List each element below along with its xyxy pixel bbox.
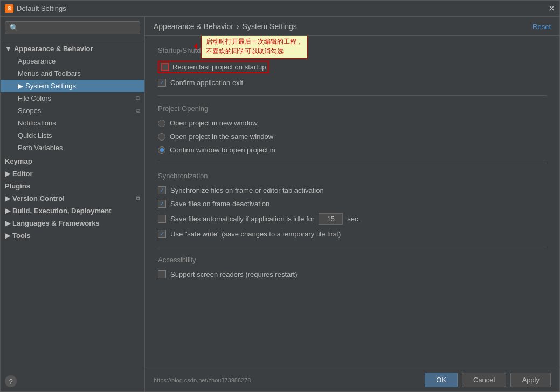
screen-readers-wrapper[interactable]: Support screen readers (requires restart… bbox=[158, 270, 298, 278]
section-title-project-opening: Project Opening bbox=[158, 104, 547, 113]
setting-save-deactivation: Save files on frame deactivation bbox=[158, 200, 547, 208]
setting-screen-readers: Support screen readers (requires restart… bbox=[158, 270, 547, 278]
setting-open-same-window[interactable]: Open project in the same window bbox=[158, 132, 547, 141]
title-bar-left: ⚙ Default Settings bbox=[5, 4, 66, 13]
divider-3 bbox=[158, 247, 547, 247]
screen-readers-checkbox[interactable] bbox=[158, 270, 166, 278]
sidebar-item-build-execution[interactable]: ▶ Build, Execution, Deployment bbox=[1, 205, 144, 217]
setting-sync-files: Synchronize files on frame or editor tab… bbox=[158, 186, 547, 194]
open-new-window-radio[interactable] bbox=[158, 120, 165, 127]
window-title: Default Settings bbox=[17, 4, 66, 12]
confirm-exit-wrapper[interactable]: Confirm application exit bbox=[158, 79, 243, 87]
sidebar-item-scopes[interactable]: Scopes ⧉ bbox=[1, 104, 144, 117]
ok-button[interactable]: OK bbox=[425, 373, 458, 387]
setting-confirm-exit: Confirm application exit bbox=[158, 79, 547, 87]
sidebar-item-label: System Settings bbox=[25, 82, 76, 90]
section-accessibility: Accessibility Support screen readers (re… bbox=[158, 256, 547, 278]
sidebar-item-tools[interactable]: ▶ Tools bbox=[1, 229, 144, 242]
copy-icon: ⧉ bbox=[136, 95, 140, 102]
reopen-last-project-checkbox[interactable] bbox=[161, 63, 169, 71]
breadcrumb-current: System Settings bbox=[243, 22, 297, 31]
save-idle-input[interactable] bbox=[319, 213, 343, 225]
sidebar-item-label: Plugins bbox=[5, 182, 30, 190]
apply-button[interactable]: Apply bbox=[510, 373, 551, 387]
divider-1 bbox=[158, 95, 547, 96]
breadcrumb-parent: Appearance & Behavior bbox=[154, 22, 233, 31]
open-new-window-label: Open project in new window bbox=[170, 119, 258, 127]
sidebar-item-plugins[interactable]: Plugins bbox=[1, 180, 144, 192]
search-input[interactable] bbox=[5, 21, 140, 34]
sidebar-item-keymap[interactable]: Keymap bbox=[1, 155, 144, 167]
safe-write-wrapper[interactable]: Use "safe write" (save changes to a temp… bbox=[158, 230, 341, 238]
setting-reopen-last-project: Reopen last project on startup 启动时打开最后一次… bbox=[158, 61, 547, 73]
confirm-window-label: Confirm window to open project in bbox=[170, 146, 275, 154]
section-title-sync: Synchronization bbox=[158, 172, 547, 180]
save-deactivation-checkbox[interactable] bbox=[158, 200, 166, 208]
save-idle-label-after: sec. bbox=[347, 215, 360, 223]
section-project-opening: Project Opening Open project in new wind… bbox=[158, 104, 547, 154]
sidebar-item-label: Languages & Frameworks bbox=[12, 219, 100, 227]
confirm-exit-checkbox[interactable] bbox=[158, 79, 166, 87]
sidebar-item-label: Quick Lists bbox=[18, 131, 52, 139]
reopen-highlight-box: Reopen last project on startup bbox=[158, 61, 269, 73]
sidebar-item-system-settings[interactable]: ▶ System Settings bbox=[1, 80, 144, 92]
sync-files-wrapper[interactable]: Synchronize files on frame or editor tab… bbox=[158, 186, 324, 194]
cancel-button[interactable]: Cancel bbox=[462, 373, 506, 387]
close-button[interactable]: ✕ bbox=[548, 4, 555, 13]
save-deactivation-label: Save files on frame deactivation bbox=[170, 200, 269, 208]
sidebar-item-label: Build, Execution, Deployment bbox=[12, 207, 111, 215]
copy-icon: ⧉ bbox=[136, 107, 140, 114]
sidebar-item-label: File Colors bbox=[18, 94, 51, 102]
sidebar: ▼ Appearance & Behavior Appearance Menus… bbox=[1, 17, 145, 391]
open-same-window-label: Open project in the same window bbox=[170, 132, 273, 141]
sidebar-item-file-colors[interactable]: File Colors ⧉ bbox=[1, 92, 144, 104]
confirm-exit-label: Confirm application exit bbox=[170, 79, 243, 87]
chevron-right-icon: ▶ bbox=[5, 170, 10, 178]
sidebar-item-label: Editor bbox=[12, 170, 33, 178]
sync-files-checkbox[interactable] bbox=[158, 186, 166, 194]
sync-files-label: Synchronize files on frame or editor tab… bbox=[170, 186, 324, 194]
setting-save-idle: Save files automatically if application … bbox=[158, 213, 547, 225]
sidebar-item-appearance-behavior[interactable]: ▼ Appearance & Behavior bbox=[1, 43, 144, 55]
chevron-down-icon: ▼ bbox=[5, 45, 12, 53]
breadcrumb-separator: › bbox=[237, 22, 239, 31]
sidebar-item-languages-frameworks[interactable]: ▶ Languages & Frameworks bbox=[1, 217, 144, 229]
safe-write-checkbox[interactable] bbox=[158, 230, 166, 238]
main-content: Startup/Shutdown Reopen last project on … bbox=[145, 36, 559, 368]
footer-url: https://blog.csdn.net/zhou373986278 bbox=[154, 377, 251, 383]
sidebar-item-quick-lists[interactable]: Quick Lists bbox=[1, 129, 144, 142]
sidebar-item-notifications[interactable]: Notifications bbox=[1, 117, 144, 129]
safe-write-label: Use "safe write" (save changes to a temp… bbox=[170, 230, 341, 238]
reopen-last-project-label: Reopen last project on startup bbox=[172, 63, 266, 71]
sidebar-item-appearance[interactable]: Appearance bbox=[1, 55, 144, 67]
save-deactivation-wrapper[interactable]: Save files on frame deactivation bbox=[158, 200, 269, 208]
setting-confirm-window[interactable]: Confirm window to open project in bbox=[158, 146, 547, 154]
footer-buttons: OK Cancel Apply bbox=[425, 373, 551, 387]
annotation-wrapper: Reopen last project on startup 启动时打开最后一次… bbox=[158, 61, 269, 73]
question-icon: ? bbox=[9, 377, 12, 386]
content-area: ▼ Appearance & Behavior Appearance Menus… bbox=[1, 17, 559, 391]
sidebar-item-label: Tools bbox=[12, 232, 31, 240]
help-button[interactable]: ? bbox=[5, 375, 17, 387]
chevron-right-icon: ▶ bbox=[5, 232, 10, 240]
reset-button[interactable]: Reset bbox=[533, 23, 551, 31]
screen-readers-label: Support screen readers (requires restart… bbox=[170, 270, 298, 278]
section-startup-shutdown: Startup/Shutdown Reopen last project on … bbox=[158, 46, 547, 87]
main-window: ⚙ Default Settings ✕ ▼ Appearance & Beha… bbox=[0, 0, 560, 392]
confirm-window-radio[interactable] bbox=[158, 146, 165, 154]
setting-open-new-window[interactable]: Open project in new window bbox=[158, 119, 547, 127]
search-bar bbox=[1, 17, 144, 39]
footer: https://blog.csdn.net/zhou373986278 OK C… bbox=[145, 368, 559, 391]
sidebar-item-version-control[interactable]: ▶ Version Control ⧉ bbox=[1, 192, 144, 205]
title-bar: ⚙ Default Settings ✕ bbox=[1, 1, 559, 17]
save-idle-checkbox[interactable] bbox=[158, 215, 166, 223]
chevron-right-icon: ▶ bbox=[18, 82, 23, 90]
sidebar-item-label: Menus and Toolbars bbox=[18, 69, 81, 78]
sidebar-item-menus-toolbars[interactable]: Menus and Toolbars bbox=[1, 67, 144, 80]
main-panel: Appearance & Behavior › System Settings … bbox=[145, 17, 559, 391]
sidebar-item-path-variables[interactable]: Path Variables bbox=[1, 142, 144, 154]
sidebar-item-editor[interactable]: ▶ Editor bbox=[1, 167, 144, 180]
sidebar-item-label: Notifications bbox=[18, 119, 56, 127]
sidebar-item-label: Version Control bbox=[12, 194, 65, 202]
open-same-window-radio[interactable] bbox=[158, 133, 165, 141]
